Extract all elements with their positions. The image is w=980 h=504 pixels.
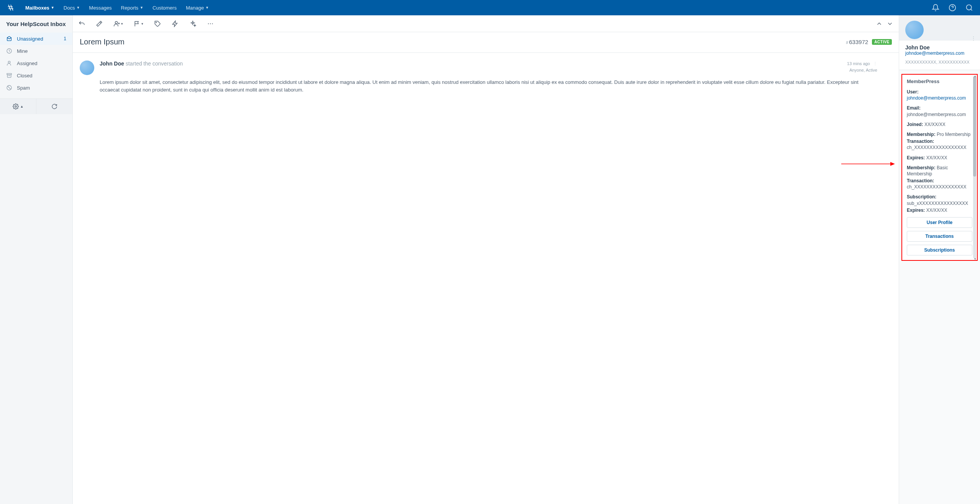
- chevron-down-icon: ▼: [205, 6, 209, 10]
- thread-visibility: Anyone, Active: [847, 67, 877, 74]
- sidebar-item-label: Closed: [17, 73, 66, 79]
- thread-item: John Doe started the conversation 13 min…: [73, 53, 899, 101]
- thread-body-text: Lorem ipsum dolor sit amet, consectetur …: [100, 79, 877, 94]
- customer-info: John Doe johndoe@memberpress.com XXXXXXX…: [899, 41, 980, 70]
- logo[interactable]: [7, 4, 15, 11]
- svg-point-3: [8, 61, 10, 63]
- sidebar-item-count: 1: [64, 36, 66, 41]
- refresh-icon: [51, 103, 57, 110]
- thread-author: John Doe: [100, 61, 124, 67]
- search-icon[interactable]: [965, 4, 973, 11]
- svg-point-7: [115, 21, 118, 24]
- thread-more-button[interactable]: ⋮: [873, 61, 877, 67]
- sidebar-item-assigned[interactable]: Assigned: [0, 57, 72, 69]
- workflow-button[interactable]: [172, 20, 179, 27]
- widget-membership1-value: Pro Membership: [937, 132, 970, 137]
- prev-conversation-button[interactable]: [876, 20, 883, 27]
- status-button[interactable]: ▾: [134, 20, 143, 27]
- subscriptions-button[interactable]: Subscriptions: [907, 245, 972, 255]
- reply-button[interactable]: [78, 20, 85, 27]
- svg-marker-13: [890, 162, 895, 166]
- chevron-down-icon: ▼: [76, 6, 80, 10]
- sidebar-item-spam[interactable]: Spam: [0, 82, 72, 94]
- author-avatar: [80, 61, 94, 75]
- next-conversation-button[interactable]: [886, 20, 893, 27]
- chevron-down-icon: ▼: [51, 6, 54, 10]
- customer-sidebar: ⋮ John Doe johndoe@memberpress.com XXXXX…: [899, 15, 980, 504]
- sidebar-item-label: Assigned: [17, 61, 66, 66]
- widget-membership1-label: Membership:: [907, 132, 936, 137]
- widget-expires2-value: XX/XX/XX: [926, 208, 947, 213]
- tag-button[interactable]: [154, 20, 161, 27]
- help-icon[interactable]: [949, 4, 956, 11]
- customer-email[interactable]: johndoe@memberpress.com: [905, 51, 974, 56]
- archive-icon: [6, 72, 12, 79]
- widget-title: MemberPress: [907, 79, 972, 84]
- widget-email-label: Email:: [907, 105, 921, 111]
- nav-messages[interactable]: Messages: [89, 5, 112, 11]
- widget-user-label: User:: [907, 89, 919, 95]
- chevron-down-icon: ▼: [140, 6, 143, 10]
- sidebar-title: Your HelpScout Inbox: [0, 21, 72, 33]
- widget-scrollbar[interactable]: [973, 76, 976, 259]
- nav-reports[interactable]: Reports▼: [121, 5, 143, 11]
- gear-icon: [13, 103, 19, 110]
- refresh-button[interactable]: [36, 99, 72, 114]
- user-profile-button[interactable]: User Profile: [907, 217, 972, 228]
- main-content: ▾ ▾ Lorem Ipsum #633972 ACTIVE John Doe: [73, 15, 899, 504]
- widget-membership2-label: Membership:: [907, 165, 936, 170]
- sidebar-item-unassigned[interactable]: Unassigned 1: [0, 33, 72, 45]
- widget-subscription-label: Subscription:: [907, 194, 936, 200]
- notifications-icon[interactable]: [932, 4, 939, 11]
- chevron-down-icon: ▾: [121, 22, 123, 26]
- svg-point-10: [210, 23, 211, 24]
- user-icon: [6, 60, 12, 66]
- widget-transaction2-value: ch_XXXXXXXXXXXXXXXXX: [907, 184, 966, 190]
- svg-point-1: [967, 5, 972, 10]
- widget-subscription-value: sub_xXXXXXXXXXXXXXXXX: [907, 201, 968, 206]
- widget-user-link[interactable]: johndoe@memberpress.com: [907, 95, 966, 101]
- widget-joined-value: XX/XX/XX: [924, 122, 946, 127]
- spam-icon: [6, 85, 12, 91]
- thread-action-text: started the conversation: [126, 61, 183, 67]
- customer-name: John Doe: [905, 44, 974, 51]
- note-button[interactable]: [96, 20, 103, 27]
- scroll-down-icon[interactable]: ▾: [974, 257, 976, 261]
- envelope-open-icon: [6, 36, 12, 42]
- thread-time: 13 mins ago: [847, 61, 870, 66]
- customer-avatar: [905, 21, 924, 39]
- nav-customers[interactable]: Customers: [153, 5, 177, 11]
- transactions-button[interactable]: Transactions: [907, 231, 972, 242]
- sidebar-footer: ▲: [0, 98, 72, 114]
- ai-button[interactable]: [189, 20, 196, 27]
- annotation-arrow: [841, 160, 895, 168]
- customer-extra: XXXXXXXXXXX, XXXXXXXXXXX: [905, 60, 974, 64]
- sidebar-item-label: Mine: [17, 48, 66, 54]
- scroll-up-icon[interactable]: ▴: [974, 74, 976, 78]
- customer-more-button[interactable]: ⋮: [971, 35, 976, 41]
- svg-point-6: [15, 106, 16, 107]
- widget-transaction1-value: ch_XXXXXXXXXXXXXXXXX: [907, 145, 966, 150]
- settings-button[interactable]: ▲: [0, 99, 36, 114]
- widget-email-value: johndoe@memberpress.com: [907, 112, 966, 117]
- widget-transaction2-label: Transaction:: [907, 178, 934, 183]
- sidebar: Your HelpScout Inbox Unassigned 1 Mine A…: [0, 15, 73, 504]
- conversation-number: #633972: [846, 39, 868, 45]
- svg-point-9: [208, 23, 209, 24]
- memberpress-widget: ▴ ▾ MemberPress User:johndoe@memberpress…: [901, 74, 978, 261]
- sidebar-item-label: Unassigned: [17, 36, 59, 42]
- sidebar-item-closed[interactable]: Closed: [0, 69, 72, 82]
- widget-transaction1-label: Transaction:: [907, 139, 934, 144]
- assign-button[interactable]: ▾: [113, 20, 123, 27]
- sidebar-item-mine[interactable]: Mine: [0, 45, 72, 57]
- status-badge: ACTIVE: [872, 39, 892, 45]
- conversation-subject: Lorem Ipsum: [80, 38, 846, 46]
- more-actions-button[interactable]: [207, 20, 214, 27]
- widget-expires2-label: Expires:: [907, 208, 925, 213]
- nav-mailboxes[interactable]: Mailboxes▼: [25, 5, 54, 11]
- sidebar-item-label: Spam: [17, 85, 66, 91]
- widget-expires1-label: Expires:: [907, 155, 925, 160]
- nav-docs[interactable]: Docs▼: [64, 5, 80, 11]
- nav-manage[interactable]: Manage▼: [186, 5, 209, 11]
- chevron-up-icon: ▲: [20, 105, 24, 108]
